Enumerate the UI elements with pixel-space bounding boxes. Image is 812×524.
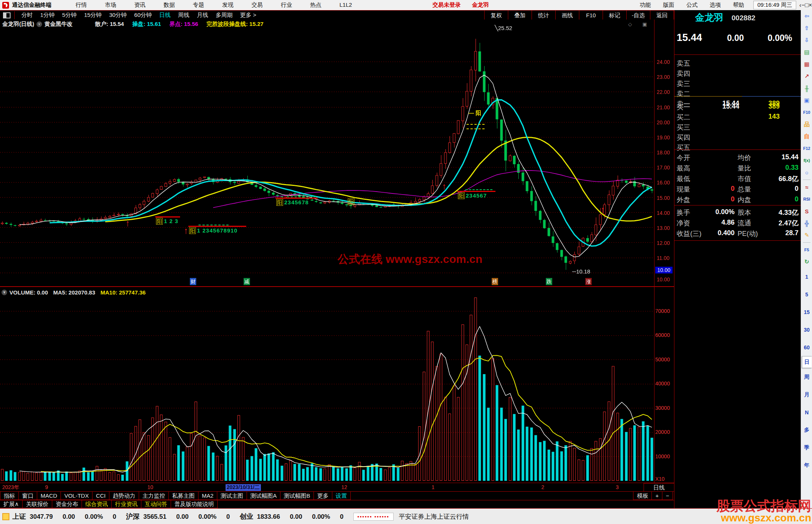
scroll-up-icon[interactable]: ⇧	[802, 22, 812, 34]
toolbar-button-3[interactable]: 画线	[555, 11, 579, 20]
pan-icon[interactable]: ╬	[802, 217, 812, 229]
indicator-tab-3[interactable]: VOL-TDX	[61, 491, 92, 500]
menu-right-item-4[interactable]: 帮助	[727, 2, 750, 8]
chart-corner-icons[interactable]: ◇ ▣	[628, 21, 651, 27]
main-chart-canvas[interactable]	[0, 29, 654, 286]
scroll-down-icon[interactable]: ⇩	[802, 34, 812, 46]
menu-item-8[interactable]: 热点	[301, 2, 330, 8]
wave-icon[interactable]: ≈	[802, 181, 812, 193]
ext-tab-1[interactable]: 关联报价	[23, 500, 52, 508]
sidebar-period-15[interactable]: 15	[802, 303, 812, 321]
indicator-name[interactable]: 黄金黑牛改	[44, 21, 73, 28]
ext-tab-5[interactable]: 互动问答	[141, 500, 171, 508]
ext-tab-3[interactable]: 综合资讯	[82, 500, 112, 508]
toolbar-button-1[interactable]: 叠加	[508, 11, 532, 20]
report-icon[interactable]: ▤	[802, 46, 812, 58]
indicator-tab-2[interactable]: MACD	[37, 491, 61, 500]
minute-line-icon[interactable]: ↗	[802, 70, 812, 82]
linkage-icon[interactable]: 品	[802, 118, 812, 130]
toolbar-button-7[interactable]: 返回	[650, 11, 674, 20]
zoom-in-button[interactable]: +	[652, 491, 662, 500]
menu-item-7[interactable]: 行业	[272, 2, 301, 8]
menu-item-4[interactable]: 专题	[184, 2, 213, 8]
indicator-tab-9[interactable]: 测试主图	[217, 491, 247, 500]
news-pages-icon[interactable]: ▣	[802, 94, 812, 106]
menu-item-3[interactable]: 数据	[155, 2, 184, 8]
indicator-tab-11[interactable]: 测试幅图B	[280, 491, 314, 500]
period-item-9[interactable]: 多周期	[212, 12, 236, 18]
ext-tab-6[interactable]: 普及版功能说明	[171, 500, 218, 508]
draw-icon[interactable]: ✎	[802, 229, 812, 241]
toolbar-button-5[interactable]: 标记	[603, 11, 626, 20]
toolbar-button-6[interactable]: -自选	[626, 11, 650, 20]
indicator-tab-13[interactable]: 设置	[332, 491, 351, 500]
super-icon[interactable]: S	[802, 205, 812, 217]
f10-icon[interactable]: F10	[802, 106, 812, 118]
indicator-tab-1[interactable]: 窗口	[19, 491, 37, 500]
formula-icon[interactable]: f(x)	[802, 154, 812, 166]
sidebar-period-1[interactable]: 1	[802, 268, 812, 285]
indicator-tab-5[interactable]: 趋势动力	[109, 491, 139, 500]
menu-right-item-0[interactable]: 功能	[634, 2, 657, 8]
menu-item-0[interactable]: 行情	[67, 2, 96, 8]
menu-right-item-1[interactable]: 版面	[657, 2, 680, 8]
zoom-out-button[interactable]: −	[662, 491, 673, 500]
f5-icon[interactable]: F5	[802, 244, 812, 256]
ext-tab-4[interactable]: 行业资讯	[112, 500, 141, 508]
indicator-tab-7[interactable]: 私募主图	[169, 491, 198, 500]
custom-stock-icon[interactable]: 自	[802, 130, 812, 142]
ext-tab-2[interactable]: 资金分布	[52, 500, 82, 508]
menu-item-5[interactable]: 发现	[213, 2, 242, 8]
minimize-button[interactable]: −	[801, 2, 805, 8]
layout-status-icon[interactable]	[2, 513, 9, 520]
ext-tab-0[interactable]: 扩展∧	[0, 500, 23, 508]
volume-canvas[interactable]	[0, 297, 654, 483]
period-item-0[interactable]: 分时	[18, 12, 36, 18]
maximize-button[interactable]: □	[805, 2, 809, 8]
period-item-5[interactable]: 60分钟	[130, 12, 156, 18]
sidebar-period-日[interactable]: 日	[802, 356, 812, 368]
volume-chevron-icon[interactable]: ∨	[2, 290, 7, 295]
sidebar-period-季[interactable]: 季	[802, 439, 812, 456]
kline-icon[interactable]: ╫	[802, 82, 812, 94]
login-status[interactable]: 交易未登录	[432, 2, 461, 9]
sidebar-period-周[interactable]: 周	[802, 368, 812, 386]
refresh-icon[interactable]: ↻	[802, 256, 812, 268]
f12-icon[interactable]: F12	[802, 142, 812, 154]
menu-item-1[interactable]: 市场	[96, 2, 125, 8]
indicator-tab-6[interactable]: 主力监控	[139, 491, 169, 500]
period-label-cell[interactable]: 日线	[644, 483, 674, 492]
period-item-7[interactable]: 周线	[174, 12, 193, 18]
period-item-6[interactable]: 日线	[156, 12, 174, 18]
sidebar-period-多[interactable]: 多	[802, 421, 812, 439]
menu-right-item-3[interactable]: 选项	[704, 2, 727, 8]
sidebar-period-30[interactable]: 30	[802, 321, 812, 338]
sidebar-period-N[interactable]: N	[802, 403, 812, 421]
sidebar-period-月[interactable]: 月	[802, 386, 812, 403]
layout-toggle-icon[interactable]	[3, 12, 11, 18]
indicator-tab-4[interactable]: CCI	[92, 491, 109, 500]
period-item-4[interactable]: 30分钟	[105, 12, 130, 18]
period-item-10[interactable]: 更多 >	[236, 12, 260, 18]
toolbar-button-0[interactable]: 复权	[484, 11, 508, 20]
menu-item-9[interactable]: L1L2	[330, 2, 361, 8]
quote-list-icon[interactable]: ▦	[802, 58, 812, 70]
sidebar-period-年[interactable]: 年	[802, 456, 812, 474]
period-item-3[interactable]: 15分钟	[80, 12, 106, 18]
indicator-tab-0[interactable]: 指标	[0, 491, 19, 500]
indicator-tab-10[interactable]: 测试幅图A	[247, 491, 280, 500]
menu-item-6[interactable]: 交易	[242, 2, 272, 8]
menu-right-item-2[interactable]: 公式	[680, 2, 704, 8]
toolbar-button-4[interactable]: F10	[579, 11, 603, 20]
rsi-icon[interactable]: RSI	[802, 193, 812, 205]
collapse-chevron-icon[interactable]: ∨	[36, 21, 42, 27]
mark-circle-icon[interactable]: ○	[802, 166, 812, 178]
toolbar-button-2[interactable]: 统计	[532, 11, 555, 20]
selected-date-label[interactable]: 2023/10/31/二	[226, 484, 261, 491]
indicator-tab-12[interactable]: 更多	[314, 491, 332, 500]
sidebar-period-5[interactable]: 5	[802, 285, 812, 303]
close-button[interactable]: ×	[809, 2, 812, 8]
period-item-1[interactable]: 1分钟	[36, 12, 58, 18]
period-item-8[interactable]: 月线	[193, 12, 212, 18]
menu-item-2[interactable]: 资讯	[125, 2, 155, 8]
